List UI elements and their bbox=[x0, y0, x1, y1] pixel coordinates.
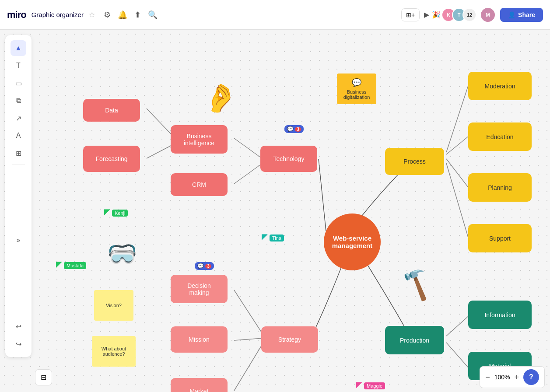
strategy-node[interactable]: Strategy bbox=[261, 326, 318, 353]
sticky-vision[interactable]: Vision? bbox=[94, 290, 133, 321]
hand-emoji: 🤌 bbox=[200, 79, 240, 117]
sticky-audience-text: What about audience? bbox=[95, 346, 132, 357]
bi-node[interactable]: Business intelligence bbox=[171, 125, 228, 154]
share-button[interactable]: 👤 Share bbox=[500, 8, 543, 22]
star-icon[interactable]: ☆ bbox=[89, 10, 95, 19]
svg-line-7 bbox=[446, 159, 468, 187]
tool-text[interactable]: T bbox=[11, 58, 26, 74]
hammer-emoji: 🔨 bbox=[396, 263, 438, 304]
sticky-audience[interactable]: What about audience? bbox=[92, 336, 136, 367]
header-icons: ⚙ 🔔 ⬆ 🔍 bbox=[104, 10, 158, 20]
center-node-label: Web-service management bbox=[332, 234, 373, 249]
data-node[interactable]: Data bbox=[83, 99, 140, 122]
svg-line-4 bbox=[319, 159, 326, 231]
svg-line-11 bbox=[234, 290, 263, 334]
toolbar-separator bbox=[12, 164, 25, 165]
forecasting-node[interactable]: Forecasting bbox=[83, 146, 140, 172]
search-icon[interactable]: 🔍 bbox=[148, 10, 158, 20]
cursor-tina-label: Tina bbox=[270, 234, 284, 242]
confetti-icon[interactable]: 🎉 bbox=[432, 10, 441, 19]
arrow-buttons: ▶ 🎉 bbox=[424, 10, 441, 19]
process-node[interactable]: Process bbox=[385, 148, 444, 175]
sticky-business-dig-text: Business digitalization bbox=[340, 89, 373, 100]
zoom-in-button[interactable]: + bbox=[514, 373, 519, 382]
sticky-business-dig[interactable]: 💬 Business digitalization bbox=[337, 74, 376, 104]
header-right: ⊞+ ▶ 🎉 K T 12 M 👤 Share bbox=[401, 7, 543, 23]
comment-badge-1[interactable]: 💬 3 bbox=[284, 125, 304, 133]
comment-badge-2[interactable]: 💬 3 bbox=[195, 262, 214, 270]
technology-node[interactable]: Technology bbox=[260, 146, 317, 172]
svg-line-6 bbox=[446, 136, 468, 154]
cursor-kenji-label: Kenji bbox=[112, 210, 128, 217]
bottombar: ⊟ − 100% + ? bbox=[35, 368, 545, 387]
upload-icon[interactable]: ⬆ bbox=[134, 10, 141, 20]
cursor-mustafa: ◤ Mustafa bbox=[56, 259, 86, 269]
logo: miro bbox=[7, 9, 26, 21]
tool-pen[interactable]: A bbox=[11, 128, 26, 144]
svg-line-2 bbox=[234, 138, 263, 159]
settings-icon[interactable]: ⚙ bbox=[104, 10, 111, 20]
crm-node[interactable]: CRM bbox=[171, 173, 228, 196]
svg-line-5 bbox=[446, 86, 468, 152]
sticky-vision-text: Vision? bbox=[106, 303, 122, 308]
production-node[interactable]: Production bbox=[385, 326, 444, 354]
avatar-count[interactable]: 12 bbox=[462, 8, 476, 22]
cursor-tina: ◤ Tina bbox=[262, 232, 284, 242]
svg-line-12 bbox=[234, 338, 263, 340]
grid-button[interactable]: ⊞+ bbox=[401, 8, 420, 21]
support-node[interactable]: Support bbox=[468, 224, 532, 252]
cursor-mustafa-label: Mustafa bbox=[64, 262, 86, 269]
header: miro Graphic organizer ☆ ⚙ 🔔 ⬆ 🔍 ⊞+ ▶ 🎉 … bbox=[0, 0, 550, 30]
mission-node[interactable]: Mission bbox=[171, 326, 228, 353]
glasses-emoji: 🥽 bbox=[107, 240, 137, 268]
toolbar: ▲ T ▭ ⧉ ↗ A ⊞ » ↩ ↪ bbox=[5, 35, 32, 357]
doc-title: Graphic organizer bbox=[32, 11, 84, 18]
zoom-controls: − 100% + ? bbox=[480, 366, 545, 388]
svg-line-10 bbox=[446, 343, 468, 368]
svg-line-8 bbox=[446, 163, 468, 238]
bell-icon[interactable]: 🔔 bbox=[118, 10, 127, 20]
zoom-level: 100% bbox=[494, 374, 510, 381]
center-node[interactable]: Web-service management bbox=[324, 214, 381, 270]
canvas: 💬 Business digitalization Vision? What a… bbox=[0, 30, 550, 392]
pointer-icon[interactable]: ▶ bbox=[424, 10, 429, 19]
tool-undo[interactable]: ↩ bbox=[11, 318, 26, 334]
decision-making-node[interactable]: Decision making bbox=[171, 275, 228, 303]
cursor-kenji: ◤ Kenji bbox=[104, 207, 128, 217]
tool-more[interactable]: » bbox=[11, 232, 26, 248]
education-node[interactable]: Education bbox=[468, 122, 532, 151]
tool-line[interactable]: ↗ bbox=[11, 110, 26, 126]
zoom-out-button[interactable]: − bbox=[485, 373, 490, 382]
share-icon: 👤 bbox=[508, 11, 515, 18]
tool-sticky[interactable]: ⧉ bbox=[11, 93, 26, 108]
tool-frame[interactable]: ⊞ bbox=[11, 145, 26, 161]
tool-shape[interactable]: ▭ bbox=[11, 75, 26, 91]
svg-line-9 bbox=[446, 316, 468, 336]
avatar-main[interactable]: M bbox=[480, 7, 496, 23]
help-button[interactable]: ? bbox=[523, 369, 539, 385]
avatars: K T 12 M bbox=[445, 7, 496, 23]
panel-button[interactable]: ⊟ bbox=[35, 369, 52, 385]
tool-redo[interactable]: ↪ bbox=[11, 336, 26, 352]
tool-select[interactable]: ▲ bbox=[11, 40, 26, 56]
information-node[interactable]: Information bbox=[468, 301, 532, 329]
moderation-node[interactable]: Moderation bbox=[468, 72, 532, 100]
planning-node[interactable]: Planning bbox=[468, 173, 532, 202]
svg-line-3 bbox=[234, 163, 263, 184]
